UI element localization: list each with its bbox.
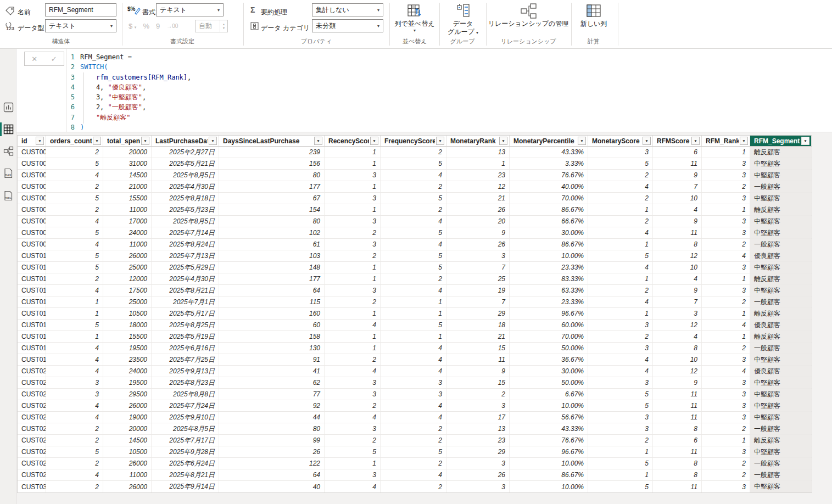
cell-orders_count[interactable]: 4: [46, 170, 103, 181]
cell-MonetaryScore[interactable]: 5: [588, 250, 653, 261]
cell-RFM_Rank[interactable]: 3: [702, 170, 750, 181]
cell-MonetaryScore[interactable]: 2: [588, 435, 653, 446]
column-header-total_spent[interactable]: total_spent▾: [103, 136, 152, 146]
cell-MonetaryScore[interactable]: 1: [588, 204, 653, 215]
cell-MonetaryPercentile[interactable]: 76.67%: [510, 170, 588, 181]
cell-RFMScore[interactable]: 10: [653, 193, 702, 204]
cell-MonetaryPercentile[interactable]: 60.00%: [510, 320, 588, 331]
cell-MonetaryScore[interactable]: 4: [588, 227, 653, 238]
cell-orders_count[interactable]: 4: [46, 469, 103, 480]
cell-RecencyScore[interactable]: 1: [325, 147, 381, 158]
cell-MonetaryRank[interactable]: 19: [446, 285, 510, 296]
cell-RFM_Rank[interactable]: 3: [702, 158, 750, 169]
cell-RFM_Rank[interactable]: 1: [702, 308, 750, 319]
cell-total_spent[interactable]: 26000: [103, 481, 152, 492]
cell-DaysSinceLastPurchase[interactable]: 177: [219, 273, 325, 284]
cell-LastPurchaseDate[interactable]: 2025年5月21日: [152, 158, 219, 169]
cell-FrequencyScore[interactable]: 2: [381, 273, 446, 284]
cell-total_spent[interactable]: 10500: [103, 446, 152, 457]
cell-RFM_Rank[interactable]: 4: [702, 366, 750, 377]
cell-total_spent[interactable]: 11000: [103, 469, 152, 480]
cell-orders_count[interactable]: 4: [46, 216, 103, 227]
cell-RFMScore[interactable]: 10: [653, 262, 702, 273]
sort-by-column-button[interactable]: 列で並べ替え ▾: [391, 2, 438, 33]
cell-RFM_Rank[interactable]: 2: [702, 181, 750, 192]
cell-RFM_Segment[interactable]: 離反顧客: [750, 331, 812, 342]
cell-LastPurchaseDate[interactable]: 2025年7月17日: [152, 435, 219, 446]
cell-MonetaryRank[interactable]: 29: [446, 446, 510, 457]
cell-MonetaryScore[interactable]: 5: [588, 158, 653, 169]
cell-FrequencyScore[interactable]: 2: [381, 204, 446, 215]
cell-orders_count[interactable]: 4: [46, 285, 103, 296]
cell-MonetaryPercentile[interactable]: 10.00%: [510, 400, 588, 411]
cell-MonetaryPercentile[interactable]: 40.00%: [510, 181, 588, 192]
cell-RFM_Rank[interactable]: 3: [702, 389, 750, 400]
cell-LastPurchaseDate[interactable]: 2025年9月28日: [152, 446, 219, 457]
cell-DaysSinceLastPurchase[interactable]: 115: [219, 296, 325, 307]
cell-FrequencyScore[interactable]: 2: [381, 458, 446, 469]
cell-orders_count[interactable]: 1: [46, 331, 103, 342]
cell-MonetaryScore[interactable]: 1: [588, 446, 653, 457]
cell-total_spent[interactable]: 20000: [103, 147, 152, 158]
cell-RFM_Rank[interactable]: 2: [702, 343, 750, 354]
cell-LastPurchaseDate[interactable]: 2025年8月23日: [152, 377, 219, 388]
cell-RFM_Segment[interactable]: 一般顧客: [750, 181, 812, 192]
cell-DaysSinceLastPurchase[interactable]: 41: [219, 366, 325, 377]
cell-RecencyScore[interactable]: 1: [325, 181, 381, 192]
cell-RFMScore[interactable]: 9: [653, 170, 702, 181]
cell-LastPurchaseDate[interactable]: 2025年7月24日: [152, 400, 219, 411]
cell-DaysSinceLastPurchase[interactable]: 102: [219, 227, 325, 238]
cell-RecencyScore[interactable]: 1: [325, 158, 381, 169]
cell-total_spent[interactable]: 25000: [103, 262, 152, 273]
cell-RecencyScore[interactable]: 4: [325, 412, 381, 423]
cell-RecencyScore[interactable]: 1: [325, 262, 381, 273]
cell-LastPurchaseDate[interactable]: 2025年8月21日: [152, 285, 219, 296]
cell-orders_count[interactable]: 5: [46, 446, 103, 457]
cell-DaysSinceLastPurchase[interactable]: 156: [219, 158, 325, 169]
cell-DaysSinceLastPurchase[interactable]: 40: [219, 481, 325, 492]
cell-id[interactable]: CUST010: [18, 250, 46, 261]
data-groups-button[interactable]: データ グループ ▾: [444, 2, 482, 36]
cell-total_spent[interactable]: 24000: [103, 366, 152, 377]
cell-DaysSinceLastPurchase[interactable]: 154: [219, 204, 325, 215]
cell-orders_count[interactable]: 1: [46, 296, 103, 307]
cell-MonetaryScore[interactable]: 5: [588, 481, 653, 492]
cell-DaysSinceLastPurchase[interactable]: 44: [219, 412, 325, 423]
cell-id[interactable]: CUST028: [18, 458, 46, 469]
cell-DaysSinceLastPurchase[interactable]: 26: [219, 446, 325, 457]
cell-MonetaryScore[interactable]: 1: [588, 469, 653, 480]
cell-RFM_Rank[interactable]: 3: [702, 400, 750, 411]
cell-RFMScore[interactable]: 7: [653, 181, 702, 192]
cell-orders_count[interactable]: 4: [46, 400, 103, 411]
cell-LastPurchaseDate[interactable]: 2025年7月1日: [152, 296, 219, 307]
cell-MonetaryScore[interactable]: 4: [588, 181, 653, 192]
cell-MonetaryRank[interactable]: 15: [446, 343, 510, 354]
dax-editor[interactable]: 1RFM_Segment =2SWITCH(3 rfm_customers[RF…: [66, 49, 832, 132]
cell-MonetaryScore[interactable]: 3: [588, 320, 653, 331]
cell-RFM_Rank[interactable]: 2: [702, 423, 750, 434]
cell-FrequencyScore[interactable]: 4: [381, 469, 446, 480]
cell-RFMScore[interactable]: 4: [653, 204, 702, 215]
cell-RecencyScore[interactable]: 3: [325, 170, 381, 181]
cell-RFM_Segment[interactable]: 一般顧客: [750, 296, 812, 307]
cell-orders_count[interactable]: 4: [46, 366, 103, 377]
decimal-places-icon[interactable]: →00: [166, 23, 178, 29]
cell-RFM_Segment[interactable]: 中堅顧客: [750, 262, 812, 273]
cell-orders_count[interactable]: 2: [46, 423, 103, 434]
cell-RecencyScore[interactable]: 3: [325, 469, 381, 480]
cell-total_spent[interactable]: 31000: [103, 158, 152, 169]
cell-LastPurchaseDate[interactable]: 2025年8月8日: [152, 389, 219, 400]
cell-RFM_Rank[interactable]: 1: [702, 147, 750, 158]
cell-RFMScore[interactable]: 4: [653, 331, 702, 342]
cell-RFMScore[interactable]: 8: [653, 343, 702, 354]
cell-RFMScore[interactable]: 11: [653, 412, 702, 423]
column-header-orders_count[interactable]: orders_count▾: [46, 136, 103, 146]
cell-MonetaryRank[interactable]: 13: [446, 147, 510, 158]
cell-RFM_Segment[interactable]: 優良顧客: [750, 366, 812, 377]
cancel-formula-button[interactable]: ✕: [25, 52, 44, 65]
cell-id[interactable]: CUST026: [18, 435, 46, 446]
cell-MonetaryRank[interactable]: 20: [446, 216, 510, 227]
cell-DaysSinceLastPurchase[interactable]: 80: [219, 170, 325, 181]
percent-format-icon[interactable]: %: [143, 22, 149, 30]
cell-MonetaryScore[interactable]: 4: [588, 366, 653, 377]
